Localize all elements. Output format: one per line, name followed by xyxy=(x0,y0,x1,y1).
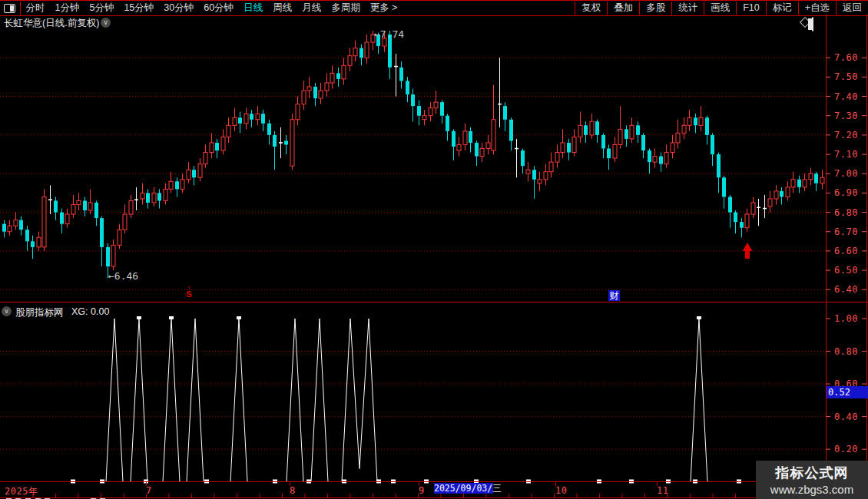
candle-up xyxy=(664,153,668,164)
candle-down xyxy=(336,73,340,79)
candle-down xyxy=(175,181,179,189)
candle-down xyxy=(60,213,64,224)
candle-down xyxy=(521,150,525,166)
indicator-axis-label: 0.40 xyxy=(834,411,858,422)
candle-up xyxy=(296,104,300,120)
candle-down xyxy=(313,87,317,98)
candle-up xyxy=(233,117,237,125)
spike-top-marker xyxy=(237,316,241,319)
candle-up xyxy=(429,108,432,116)
candle-down xyxy=(601,135,605,149)
candle-up xyxy=(365,42,369,58)
price-axis-label: 6.50 xyxy=(834,265,858,276)
price-axis-label: 6.90 xyxy=(834,187,858,198)
candle-up xyxy=(803,180,807,187)
price-axis-label: 7.50 xyxy=(834,71,858,82)
candle-up xyxy=(809,173,813,180)
candle-down xyxy=(238,117,242,124)
candle-up xyxy=(65,214,69,224)
candle-up xyxy=(14,220,18,226)
candle-up xyxy=(221,137,225,150)
candle-down xyxy=(641,135,645,150)
candle-up xyxy=(463,131,467,145)
x-axis-month-label: 11 xyxy=(657,485,668,496)
candle-up xyxy=(141,193,144,199)
chevron-down-icon[interactable]: ∨ xyxy=(101,18,111,28)
candle-up xyxy=(37,237,41,247)
panel-toggle-icon[interactable] xyxy=(812,17,813,31)
candle-up xyxy=(164,189,167,200)
candle-up xyxy=(618,129,622,144)
price-axis-label: 7.10 xyxy=(834,149,858,160)
selected-date-badge[interactable]: 2025/09/03/三 xyxy=(434,483,493,494)
candle-up xyxy=(549,162,553,172)
candle-down xyxy=(106,247,110,266)
candle-down xyxy=(157,193,161,200)
low-price-annotation: ←6.46 xyxy=(108,270,138,282)
price-axis-label: 6.60 xyxy=(834,246,858,256)
chart-canvas xyxy=(0,0,868,499)
candle-down xyxy=(595,121,599,135)
up-arrow-icon xyxy=(743,243,753,259)
candle-down xyxy=(54,200,58,212)
candle-down xyxy=(797,180,801,187)
candle-up xyxy=(129,200,133,214)
candle-up xyxy=(561,143,565,153)
candle-down xyxy=(734,213,737,223)
candle-down xyxy=(94,203,98,218)
candle-down xyxy=(509,120,513,141)
cai-event-badge[interactable]: 财 xyxy=(608,290,620,301)
high-price-annotation: ←7.74 xyxy=(374,28,404,40)
candle-up xyxy=(671,143,674,153)
candle-up xyxy=(198,164,202,178)
candle-up xyxy=(613,144,617,158)
candle-up xyxy=(555,153,559,163)
chevron-down-icon[interactable]: ∨ xyxy=(2,306,12,316)
trading-app-window: { "menu": { "left_items": ["分时","1分钟","5… xyxy=(0,0,868,499)
x-axis-month-label: 8 xyxy=(290,485,296,496)
candle-down xyxy=(567,143,571,153)
candle-up xyxy=(682,125,686,133)
candle-up xyxy=(457,144,461,150)
candle-up xyxy=(434,102,438,108)
candle-down xyxy=(740,222,744,228)
candle-down xyxy=(728,197,732,212)
candle-up xyxy=(290,120,294,166)
candle-up xyxy=(204,153,207,164)
candle-up xyxy=(745,214,749,228)
candle-up xyxy=(210,143,214,153)
candle-up xyxy=(325,83,329,91)
candle-up xyxy=(169,181,173,189)
candle-down xyxy=(192,170,196,177)
chart-title: 长虹华意(日线.前复权) xyxy=(4,17,99,30)
candle-down xyxy=(440,102,444,116)
candle-down xyxy=(475,143,479,157)
candle-up xyxy=(307,87,311,91)
candle-down xyxy=(584,125,588,135)
candle-up xyxy=(8,226,12,232)
candle-up xyxy=(526,170,530,173)
candle-up xyxy=(578,125,582,137)
candle-up xyxy=(538,180,542,183)
price-axis-label: 6.40 xyxy=(834,284,858,295)
watermark: 指标公式网 www.zbgs3.com xyxy=(756,461,868,499)
candle-up xyxy=(353,48,357,56)
candle-up xyxy=(572,137,576,152)
candle-down xyxy=(273,135,277,147)
candle-down xyxy=(83,200,87,210)
candle-up xyxy=(480,148,484,156)
candle-up xyxy=(111,245,115,266)
candle-up xyxy=(256,114,260,120)
spike-top-marker xyxy=(697,316,701,319)
indicator-value: XG: 0.00 xyxy=(71,306,109,317)
candle-up xyxy=(71,204,75,214)
watermark-url: www.zbgs3.com xyxy=(756,483,868,496)
candle-up xyxy=(302,91,306,104)
candle-up xyxy=(751,203,755,214)
candle-up xyxy=(676,133,680,143)
candle-up xyxy=(123,214,127,230)
price-axis-label: 6.80 xyxy=(834,207,858,218)
indicator-axis-label: 1.00 xyxy=(834,313,858,324)
candle-up xyxy=(330,73,334,83)
x-axis-month-label: 7 xyxy=(146,485,152,496)
